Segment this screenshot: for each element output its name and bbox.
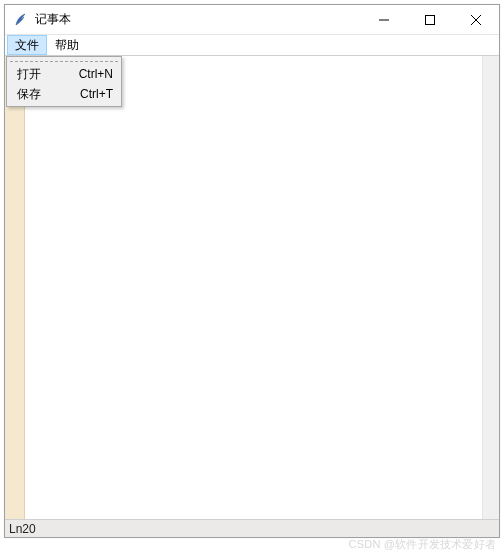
- menu-item-save-label: 保存: [17, 86, 70, 103]
- status-line-text: Ln20: [9, 522, 36, 536]
- feather-icon: [13, 12, 29, 28]
- menu-item-open[interactable]: 打开 Ctrl+N: [9, 64, 119, 84]
- menu-file[interactable]: 文件: [7, 35, 47, 55]
- app-window: 记事本 文件 帮助 Ln20 打开: [4, 4, 500, 538]
- text-editor[interactable]: [25, 56, 482, 519]
- close-button[interactable]: [453, 5, 499, 34]
- menu-file-label: 文件: [15, 37, 39, 54]
- svg-rect-1: [426, 15, 435, 24]
- window-controls: [361, 5, 499, 34]
- menu-separator: [10, 61, 118, 62]
- vertical-scrollbar[interactable]: [482, 56, 499, 519]
- line-gutter: [5, 56, 25, 519]
- titlebar: 记事本: [5, 5, 499, 35]
- watermark-text: CSDN @软件开发技术爱好者: [349, 537, 496, 552]
- menu-item-open-accel: Ctrl+N: [69, 67, 113, 81]
- menu-item-open-label: 打开: [17, 66, 69, 83]
- menu-item-save[interactable]: 保存 Ctrl+T: [9, 84, 119, 104]
- window-title: 记事本: [35, 11, 71, 28]
- content-area: [5, 56, 499, 519]
- statusbar: Ln20: [5, 519, 499, 537]
- minimize-button[interactable]: [361, 5, 407, 34]
- menubar: 文件 帮助: [5, 35, 499, 56]
- file-menu-dropdown: 打开 Ctrl+N 保存 Ctrl+T: [6, 56, 122, 107]
- menu-help[interactable]: 帮助: [47, 35, 87, 55]
- maximize-button[interactable]: [407, 5, 453, 34]
- menu-help-label: 帮助: [55, 37, 79, 54]
- menu-item-save-accel: Ctrl+T: [70, 87, 113, 101]
